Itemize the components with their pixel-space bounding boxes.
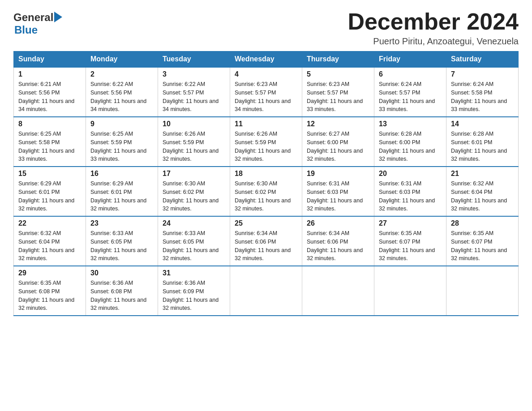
day-number: 14 (451, 120, 514, 128)
day-info: Sunrise: 6:22 AMSunset: 5:57 PMDaylight:… (163, 80, 225, 114)
table-row: 20 Sunrise: 6:31 AMSunset: 6:03 PMDaylig… (374, 167, 446, 216)
day-number: 23 (90, 219, 153, 227)
table-row: 2 Sunrise: 6:22 AMSunset: 5:56 PMDayligh… (86, 67, 158, 117)
table-row (230, 266, 302, 316)
calendar-week-row: 8 Sunrise: 6:25 AMSunset: 5:58 PMDayligh… (14, 117, 519, 167)
table-row: 29 Sunrise: 6:35 AMSunset: 6:08 PMDaylig… (14, 266, 86, 316)
day-number: 11 (235, 120, 297, 128)
day-info: Sunrise: 6:35 AMSunset: 6:08 PMDaylight:… (18, 279, 81, 313)
day-info: Sunrise: 6:31 AMSunset: 6:03 PMDaylight:… (307, 180, 369, 213)
day-number: 6 (379, 70, 442, 78)
day-info: Sunrise: 6:29 AMSunset: 6:01 PMDaylight:… (90, 180, 153, 213)
table-row: 24 Sunrise: 6:33 AMSunset: 6:05 PMDaylig… (158, 216, 230, 266)
table-row: 9 Sunrise: 6:25 AMSunset: 5:59 PMDayligh… (86, 117, 158, 167)
day-number: 16 (90, 170, 153, 178)
day-info: Sunrise: 6:35 AMSunset: 6:07 PMDaylight:… (451, 229, 514, 263)
table-row: 27 Sunrise: 6:35 AMSunset: 6:07 PMDaylig… (374, 216, 446, 266)
logo: General Blue (13, 9, 62, 36)
day-number: 22 (18, 219, 81, 227)
day-info: Sunrise: 6:31 AMSunset: 6:03 PMDaylight:… (379, 180, 442, 213)
table-row: 5 Sunrise: 6:23 AMSunset: 5:57 PMDayligh… (302, 67, 374, 117)
day-info: Sunrise: 6:25 AMSunset: 5:59 PMDaylight:… (90, 130, 153, 163)
header-saturday: Saturday (446, 51, 519, 68)
day-info: Sunrise: 6:23 AMSunset: 5:57 PMDaylight:… (235, 80, 297, 114)
day-number: 26 (307, 219, 369, 227)
title-block: December 2024 Puerto Piritu, Anzoategui,… (348, 9, 519, 47)
table-row: 8 Sunrise: 6:25 AMSunset: 5:58 PMDayligh… (14, 117, 86, 167)
logo-triangle-icon (54, 12, 62, 22)
day-info: Sunrise: 6:23 AMSunset: 5:57 PMDaylight:… (307, 80, 369, 114)
day-info: Sunrise: 6:32 AMSunset: 6:04 PMDaylight:… (451, 180, 514, 213)
day-number: 20 (379, 170, 442, 178)
day-number: 12 (307, 120, 369, 128)
table-row: 23 Sunrise: 6:33 AMSunset: 6:05 PMDaylig… (86, 216, 158, 266)
table-row (302, 266, 374, 316)
table-row: 11 Sunrise: 6:26 AMSunset: 5:59 PMDaylig… (230, 117, 302, 167)
day-number: 7 (451, 70, 514, 78)
day-info: Sunrise: 6:30 AMSunset: 6:02 PMDaylight:… (163, 180, 225, 213)
table-row: 16 Sunrise: 6:29 AMSunset: 6:01 PMDaylig… (86, 167, 158, 216)
page-header: General Blue December 2024 Puerto Piritu… (13, 9, 519, 47)
day-info: Sunrise: 6:36 AMSunset: 6:08 PMDaylight:… (90, 279, 153, 313)
logo-general-text: General (13, 11, 53, 24)
header-monday: Monday (86, 51, 158, 68)
table-row: 3 Sunrise: 6:22 AMSunset: 5:57 PMDayligh… (158, 67, 230, 117)
day-number: 8 (18, 120, 81, 128)
day-number: 9 (90, 120, 153, 128)
table-row: 28 Sunrise: 6:35 AMSunset: 6:07 PMDaylig… (446, 216, 519, 266)
day-info: Sunrise: 6:24 AMSunset: 5:58 PMDaylight:… (451, 80, 514, 114)
table-row: 15 Sunrise: 6:29 AMSunset: 6:01 PMDaylig… (14, 167, 86, 216)
calendar-week-row: 22 Sunrise: 6:32 AMSunset: 6:04 PMDaylig… (14, 216, 519, 266)
day-number: 15 (18, 170, 81, 178)
day-info: Sunrise: 6:36 AMSunset: 6:09 PMDaylight:… (163, 279, 225, 313)
table-row (446, 266, 519, 316)
day-number: 28 (451, 219, 514, 227)
day-number: 21 (451, 170, 514, 178)
day-info: Sunrise: 6:26 AMSunset: 5:59 PMDaylight:… (163, 130, 225, 163)
day-number: 27 (379, 219, 442, 227)
table-row: 26 Sunrise: 6:34 AMSunset: 6:06 PMDaylig… (302, 216, 374, 266)
table-row: 1 Sunrise: 6:21 AMSunset: 5:56 PMDayligh… (14, 67, 86, 117)
table-row: 13 Sunrise: 6:28 AMSunset: 6:00 PMDaylig… (374, 117, 446, 167)
table-row: 18 Sunrise: 6:30 AMSunset: 6:02 PMDaylig… (230, 167, 302, 216)
table-row: 31 Sunrise: 6:36 AMSunset: 6:09 PMDaylig… (158, 266, 230, 316)
calendar-week-row: 29 Sunrise: 6:35 AMSunset: 6:08 PMDaylig… (14, 266, 519, 316)
logo-blue-text: Blue (13, 24, 62, 36)
day-number: 19 (307, 170, 369, 178)
day-info: Sunrise: 6:32 AMSunset: 6:04 PMDaylight:… (18, 229, 81, 263)
day-info: Sunrise: 6:25 AMSunset: 5:58 PMDaylight:… (18, 130, 81, 163)
table-row: 7 Sunrise: 6:24 AMSunset: 5:58 PMDayligh… (446, 67, 519, 117)
table-row: 25 Sunrise: 6:34 AMSunset: 6:06 PMDaylig… (230, 216, 302, 266)
day-info: Sunrise: 6:34 AMSunset: 6:06 PMDaylight:… (307, 229, 369, 263)
day-info: Sunrise: 6:30 AMSunset: 6:02 PMDaylight:… (235, 180, 297, 213)
table-row: 4 Sunrise: 6:23 AMSunset: 5:57 PMDayligh… (230, 67, 302, 117)
day-number: 18 (235, 170, 297, 178)
header-sunday: Sunday (14, 51, 86, 68)
day-info: Sunrise: 6:26 AMSunset: 5:59 PMDaylight:… (235, 130, 297, 163)
day-info: Sunrise: 6:34 AMSunset: 6:06 PMDaylight:… (235, 229, 297, 263)
day-info: Sunrise: 6:29 AMSunset: 6:01 PMDaylight:… (18, 180, 81, 213)
day-number: 25 (235, 219, 297, 227)
header-tuesday: Tuesday (158, 51, 230, 68)
day-info: Sunrise: 6:24 AMSunset: 5:57 PMDaylight:… (379, 80, 442, 114)
day-number: 5 (307, 70, 369, 78)
day-number: 4 (235, 70, 297, 78)
day-info: Sunrise: 6:28 AMSunset: 6:01 PMDaylight:… (451, 130, 514, 163)
table-row: 10 Sunrise: 6:26 AMSunset: 5:59 PMDaylig… (158, 117, 230, 167)
header-wednesday: Wednesday (230, 51, 302, 68)
day-number: 31 (163, 269, 225, 277)
day-info: Sunrise: 6:33 AMSunset: 6:05 PMDaylight:… (90, 229, 153, 263)
day-info: Sunrise: 6:28 AMSunset: 6:00 PMDaylight:… (379, 130, 442, 163)
table-row: 6 Sunrise: 6:24 AMSunset: 5:57 PMDayligh… (374, 67, 446, 117)
header-thursday: Thursday (302, 51, 374, 68)
header-friday: Friday (374, 51, 446, 68)
day-number: 24 (163, 219, 225, 227)
day-number: 30 (90, 269, 153, 277)
day-info: Sunrise: 6:21 AMSunset: 5:56 PMDaylight:… (18, 80, 81, 114)
table-row: 19 Sunrise: 6:31 AMSunset: 6:03 PMDaylig… (302, 167, 374, 216)
calendar-week-row: 1 Sunrise: 6:21 AMSunset: 5:56 PMDayligh… (14, 67, 519, 117)
day-number: 3 (163, 70, 225, 78)
calendar-week-row: 15 Sunrise: 6:29 AMSunset: 6:01 PMDaylig… (14, 167, 519, 216)
day-number: 10 (163, 120, 225, 128)
table-row: 30 Sunrise: 6:36 AMSunset: 6:08 PMDaylig… (86, 266, 158, 316)
